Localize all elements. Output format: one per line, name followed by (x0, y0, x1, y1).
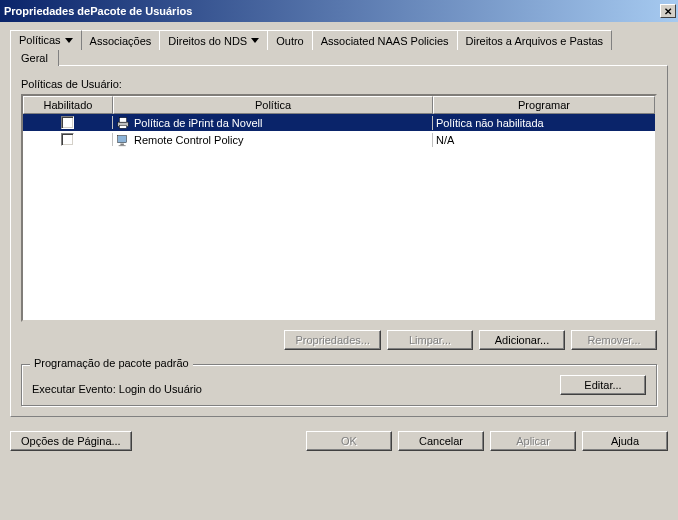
svg-rect-5 (119, 145, 126, 146)
subtab-label: Geral (21, 52, 48, 64)
cell-policy: Remote Control Policy (113, 133, 433, 147)
clear-button[interactable]: Limpar... (387, 330, 473, 350)
col-header-habilitado[interactable]: Habilitado (23, 96, 113, 114)
tab-panel: Políticas de Usuário: Habilitado Polític… (10, 65, 668, 417)
grid-button-row: Propriedades... Limpar... Adicionar... R… (21, 330, 657, 350)
page-options-button[interactable]: Opções de Página... (10, 431, 132, 451)
svg-rect-4 (120, 143, 124, 145)
close-icon: ✕ (664, 6, 672, 17)
cell-policy: Política de iPrint da Novell (113, 116, 433, 130)
tab-label: Associações (90, 35, 152, 47)
add-button[interactable]: Adicionar... (479, 330, 565, 350)
title-bar: Propriedades dePacote de Usuários ✕ (0, 0, 678, 22)
tab-label: Associated NAAS Policies (321, 35, 449, 47)
bottom-right-buttons: OK Cancelar Aplicar Ajuda (306, 431, 668, 451)
tab-label: Direitos do NDS (168, 35, 247, 47)
cell-enabled (23, 116, 113, 129)
table-row[interactable]: Remote Control Policy N/A (23, 131, 655, 148)
policy-name: Política de iPrint da Novell (134, 117, 262, 129)
checkbox[interactable] (61, 133, 74, 146)
schedule-event-label: Executar Evento: Login do Usuário (32, 383, 202, 395)
cell-schedule: Política não habilitada (433, 117, 655, 129)
tab-bar: Políticas Associações Direitos do NDS Ou… (10, 30, 668, 50)
subtab-bar: Geral (10, 49, 668, 66)
schedule-groupbox: Programação de pacote padrão Executar Ev… (21, 364, 657, 406)
svg-rect-1 (120, 117, 127, 121)
grid-header-row: Habilitado Política Programar (23, 96, 655, 114)
edit-button[interactable]: Editar... (560, 375, 646, 395)
bottom-button-row: Opções de Página... OK Cancelar Aplicar … (0, 425, 678, 457)
table-row[interactable]: Política de iPrint da Novell Política nã… (23, 114, 655, 131)
tab-politicas[interactable]: Políticas (10, 30, 82, 50)
tab-label: Políticas (19, 34, 61, 46)
tab-label: Outro (276, 35, 304, 47)
cancel-button[interactable]: Cancelar (398, 431, 484, 451)
properties-button[interactable]: Propriedades... (284, 330, 381, 350)
help-button[interactable]: Ajuda (582, 431, 668, 451)
cell-schedule: N/A (433, 134, 655, 146)
groupbox-body: Executar Evento: Login do Usuário Editar… (32, 375, 646, 395)
tab-direitos-nds[interactable]: Direitos do NDS (159, 30, 268, 50)
content-area: Políticas Associações Direitos do NDS Ou… (0, 22, 678, 425)
dropdown-arrow-icon (65, 38, 73, 43)
tab-outro[interactable]: Outro (267, 30, 313, 50)
col-header-programar[interactable]: Programar (433, 96, 655, 114)
subtab-geral[interactable]: Geral (10, 49, 59, 66)
printer-icon (116, 116, 130, 130)
groupbox-title: Programação de pacote padrão (30, 357, 193, 369)
apply-button[interactable]: Aplicar (490, 431, 576, 451)
dropdown-arrow-icon (251, 38, 259, 43)
remote-control-icon (116, 133, 130, 147)
tab-naas[interactable]: Associated NAAS Policies (312, 30, 458, 50)
section-label: Políticas de Usuário: (21, 78, 657, 90)
col-header-politica[interactable]: Política (113, 96, 433, 114)
svg-rect-3 (118, 135, 127, 142)
cell-enabled (23, 133, 113, 146)
checkbox[interactable] (61, 116, 74, 129)
policy-grid: Habilitado Política Programar Política d… (21, 94, 657, 322)
close-button[interactable]: ✕ (660, 4, 676, 18)
window-title: Propriedades dePacote de Usuários (4, 5, 192, 17)
remove-button[interactable]: Remover... (571, 330, 657, 350)
svg-rect-2 (120, 125, 127, 128)
policy-name: Remote Control Policy (134, 134, 243, 146)
tab-label: Direitos a Arquivos e Pastas (466, 35, 604, 47)
tab-arquivos[interactable]: Direitos a Arquivos e Pastas (457, 30, 613, 50)
tab-associacoes[interactable]: Associações (81, 30, 161, 50)
ok-button[interactable]: OK (306, 431, 392, 451)
